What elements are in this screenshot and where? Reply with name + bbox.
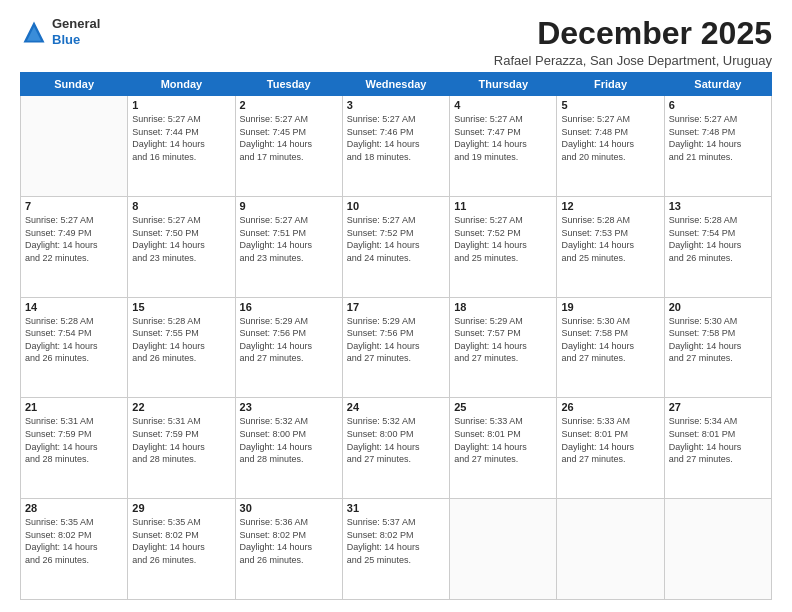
calendar-header-row: Sunday Monday Tuesday Wednesday Thursday… [21,73,772,96]
day-info: Sunrise: 5:27 AM Sunset: 7:48 PM Dayligh… [669,113,767,163]
day-number: 4 [454,99,552,111]
table-row: 22Sunrise: 5:31 AM Sunset: 7:59 PM Dayli… [128,398,235,499]
table-row: 23Sunrise: 5:32 AM Sunset: 8:00 PM Dayli… [235,398,342,499]
table-row: 7Sunrise: 5:27 AM Sunset: 7:49 PM Daylig… [21,196,128,297]
table-row: 15Sunrise: 5:28 AM Sunset: 7:55 PM Dayli… [128,297,235,398]
table-row: 3Sunrise: 5:27 AM Sunset: 7:46 PM Daylig… [342,96,449,197]
day-number: 11 [454,200,552,212]
day-number: 10 [347,200,445,212]
table-row: 2Sunrise: 5:27 AM Sunset: 7:45 PM Daylig… [235,96,342,197]
day-number: 26 [561,401,659,413]
day-info: Sunrise: 5:31 AM Sunset: 7:59 PM Dayligh… [132,415,230,465]
day-number: 17 [347,301,445,313]
table-row: 1Sunrise: 5:27 AM Sunset: 7:44 PM Daylig… [128,96,235,197]
table-row: 17Sunrise: 5:29 AM Sunset: 7:56 PM Dayli… [342,297,449,398]
day-number: 30 [240,502,338,514]
col-monday: Monday [128,73,235,96]
table-row: 13Sunrise: 5:28 AM Sunset: 7:54 PM Dayli… [664,196,771,297]
table-row: 29Sunrise: 5:35 AM Sunset: 8:02 PM Dayli… [128,499,235,600]
col-thursday: Thursday [450,73,557,96]
table-row: 25Sunrise: 5:33 AM Sunset: 8:01 PM Dayli… [450,398,557,499]
col-saturday: Saturday [664,73,771,96]
day-number: 7 [25,200,123,212]
col-friday: Friday [557,73,664,96]
day-info: Sunrise: 5:29 AM Sunset: 7:56 PM Dayligh… [240,315,338,365]
day-number: 3 [347,99,445,111]
day-info: Sunrise: 5:27 AM Sunset: 7:52 PM Dayligh… [454,214,552,264]
day-number: 29 [132,502,230,514]
day-info: Sunrise: 5:27 AM Sunset: 7:44 PM Dayligh… [132,113,230,163]
day-number: 18 [454,301,552,313]
table-row: 30Sunrise: 5:36 AM Sunset: 8:02 PM Dayli… [235,499,342,600]
day-info: Sunrise: 5:27 AM Sunset: 7:46 PM Dayligh… [347,113,445,163]
day-number: 6 [669,99,767,111]
day-info: Sunrise: 5:35 AM Sunset: 8:02 PM Dayligh… [25,516,123,566]
table-row: 6Sunrise: 5:27 AM Sunset: 7:48 PM Daylig… [664,96,771,197]
logo-text: General Blue [52,16,100,47]
day-info: Sunrise: 5:27 AM Sunset: 7:45 PM Dayligh… [240,113,338,163]
logo-general: General [52,16,100,32]
calendar-week-1: 1Sunrise: 5:27 AM Sunset: 7:44 PM Daylig… [21,96,772,197]
table-row: 20Sunrise: 5:30 AM Sunset: 7:58 PM Dayli… [664,297,771,398]
day-info: Sunrise: 5:28 AM Sunset: 7:53 PM Dayligh… [561,214,659,264]
logo-icon [20,18,48,46]
day-info: Sunrise: 5:28 AM Sunset: 7:55 PM Dayligh… [132,315,230,365]
day-info: Sunrise: 5:28 AM Sunset: 7:54 PM Dayligh… [25,315,123,365]
day-info: Sunrise: 5:30 AM Sunset: 7:58 PM Dayligh… [561,315,659,365]
day-number: 9 [240,200,338,212]
table-row: 9Sunrise: 5:27 AM Sunset: 7:51 PM Daylig… [235,196,342,297]
day-info: Sunrise: 5:37 AM Sunset: 8:02 PM Dayligh… [347,516,445,566]
table-row: 21Sunrise: 5:31 AM Sunset: 7:59 PM Dayli… [21,398,128,499]
day-number: 27 [669,401,767,413]
col-wednesday: Wednesday [342,73,449,96]
col-tuesday: Tuesday [235,73,342,96]
calendar-week-4: 21Sunrise: 5:31 AM Sunset: 7:59 PM Dayli… [21,398,772,499]
table-row: 28Sunrise: 5:35 AM Sunset: 8:02 PM Dayli… [21,499,128,600]
table-row: 4Sunrise: 5:27 AM Sunset: 7:47 PM Daylig… [450,96,557,197]
day-info: Sunrise: 5:33 AM Sunset: 8:01 PM Dayligh… [561,415,659,465]
table-row: 24Sunrise: 5:32 AM Sunset: 8:00 PM Dayli… [342,398,449,499]
day-info: Sunrise: 5:32 AM Sunset: 8:00 PM Dayligh… [347,415,445,465]
col-sunday: Sunday [21,73,128,96]
calendar-week-5: 28Sunrise: 5:35 AM Sunset: 8:02 PM Dayli… [21,499,772,600]
day-number: 22 [132,401,230,413]
day-number: 15 [132,301,230,313]
day-info: Sunrise: 5:27 AM Sunset: 7:48 PM Dayligh… [561,113,659,163]
day-number: 23 [240,401,338,413]
day-number: 16 [240,301,338,313]
day-info: Sunrise: 5:30 AM Sunset: 7:58 PM Dayligh… [669,315,767,365]
day-info: Sunrise: 5:31 AM Sunset: 7:59 PM Dayligh… [25,415,123,465]
table-row: 11Sunrise: 5:27 AM Sunset: 7:52 PM Dayli… [450,196,557,297]
day-info: Sunrise: 5:27 AM Sunset: 7:52 PM Dayligh… [347,214,445,264]
day-info: Sunrise: 5:27 AM Sunset: 7:50 PM Dayligh… [132,214,230,264]
day-number: 20 [669,301,767,313]
day-info: Sunrise: 5:32 AM Sunset: 8:00 PM Dayligh… [240,415,338,465]
day-number: 8 [132,200,230,212]
table-row: 5Sunrise: 5:27 AM Sunset: 7:48 PM Daylig… [557,96,664,197]
day-number: 5 [561,99,659,111]
day-info: Sunrise: 5:28 AM Sunset: 7:54 PM Dayligh… [669,214,767,264]
header: General Blue December 2025 Rafael Perazz… [20,16,772,68]
day-info: Sunrise: 5:29 AM Sunset: 7:56 PM Dayligh… [347,315,445,365]
table-row [450,499,557,600]
day-number: 12 [561,200,659,212]
day-number: 19 [561,301,659,313]
day-number: 21 [25,401,123,413]
logo-blue: Blue [52,32,100,48]
day-number: 1 [132,99,230,111]
day-info: Sunrise: 5:33 AM Sunset: 8:01 PM Dayligh… [454,415,552,465]
title-area: December 2025 Rafael Perazza, San Jose D… [494,16,772,68]
table-row: 26Sunrise: 5:33 AM Sunset: 8:01 PM Dayli… [557,398,664,499]
page: General Blue December 2025 Rafael Perazz… [0,0,792,612]
day-number: 2 [240,99,338,111]
day-info: Sunrise: 5:34 AM Sunset: 8:01 PM Dayligh… [669,415,767,465]
logo: General Blue [20,16,100,47]
table-row: 27Sunrise: 5:34 AM Sunset: 8:01 PM Dayli… [664,398,771,499]
day-number: 28 [25,502,123,514]
table-row: 19Sunrise: 5:30 AM Sunset: 7:58 PM Dayli… [557,297,664,398]
table-row [21,96,128,197]
day-info: Sunrise: 5:27 AM Sunset: 7:49 PM Dayligh… [25,214,123,264]
day-number: 13 [669,200,767,212]
day-info: Sunrise: 5:29 AM Sunset: 7:57 PM Dayligh… [454,315,552,365]
table-row [664,499,771,600]
